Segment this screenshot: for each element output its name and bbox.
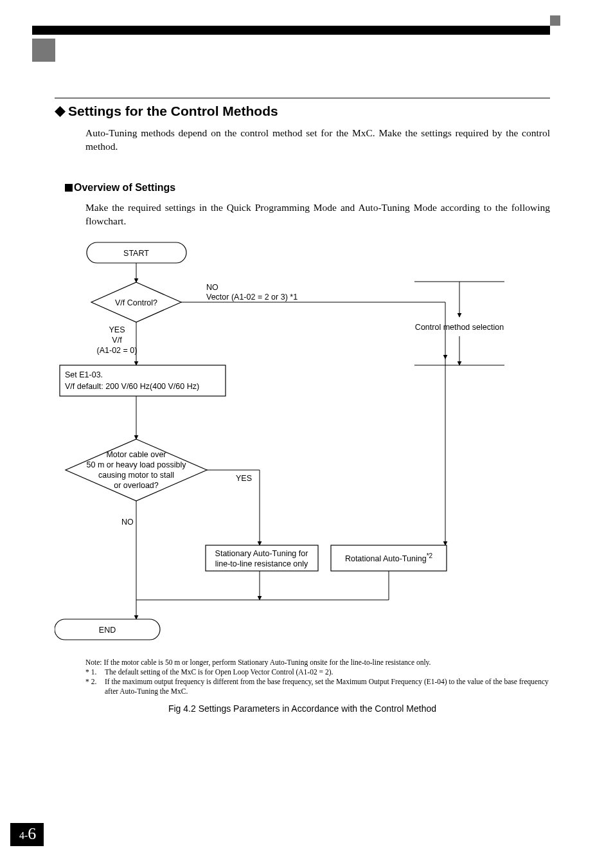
flow-cable-l1: Motor cable over xyxy=(106,450,166,459)
flow-vf-no-detail: Vector (A1-02 = 2 or 3) *1 xyxy=(206,293,298,302)
footnote-1-key: * 1. xyxy=(85,667,105,677)
section-rule xyxy=(55,98,550,98)
flow-start: START xyxy=(123,249,149,258)
flow-vf-yes-d1: V/f xyxy=(112,336,122,345)
section-intro: Auto-Tuning methods depend on the contro… xyxy=(85,127,550,154)
page-page: 6 xyxy=(28,824,36,843)
corner-marker xyxy=(550,15,560,26)
flow-vf-yes-d2: (A1-02 = 0) xyxy=(97,346,138,355)
flow-stat-l2: line-to-line resistance only xyxy=(215,559,308,568)
flow-e103-l2: V/f default: 200 V/60 Hz(400 V/60 Hz) xyxy=(65,382,199,391)
page-content: Settings for the Control Methods Auto-Tu… xyxy=(55,98,550,714)
subsection-heading: Overview of Settings xyxy=(65,182,550,194)
flowchart: START V/f Control? NO Vector (A1-02 = 2 … xyxy=(55,240,550,654)
footnote-note: Note: If the motor cable is 50 m or long… xyxy=(85,658,550,667)
flow-stat-l1: Stationary Auto-Tuning for xyxy=(215,549,308,558)
svg-marker-14 xyxy=(66,439,207,501)
square-bullet-icon xyxy=(65,184,73,192)
flow-vf-yes: YES xyxy=(109,325,125,334)
flow-cable-yes: YES xyxy=(236,474,252,483)
flow-cable-l2: 50 m or heavy load possibly xyxy=(87,460,187,469)
flow-cable-l3: causing motor to stall xyxy=(98,471,174,480)
flow-cms-label: Control method selection xyxy=(415,323,504,332)
side-marker xyxy=(32,39,55,62)
flow-rot-sup: *2 xyxy=(427,552,432,559)
flow-vf-no: NO xyxy=(206,283,218,292)
figure-caption: Fig 4.2 Settings Parameters in Accordanc… xyxy=(55,703,550,714)
flow-rot: Rotational Auto-Tuning*2 xyxy=(336,552,441,563)
page-number: 4-6 xyxy=(10,823,44,846)
flow-cable-l4: or overload? xyxy=(114,481,159,490)
svg-marker-0 xyxy=(55,106,66,117)
footnotes: Note: If the motor cable is 50 m or long… xyxy=(85,658,550,696)
flow-end: END xyxy=(99,626,116,635)
header-rule xyxy=(32,26,550,35)
flow-e103-l1: Set E1-03. xyxy=(65,370,103,379)
section-heading: Settings for the Control Methods xyxy=(55,104,550,119)
subsection-body: Make the required settings in the Quick … xyxy=(85,201,550,228)
page-chapter: 4 xyxy=(19,830,24,841)
subsection-heading-text: Overview of Settings xyxy=(74,182,175,193)
svg-rect-1 xyxy=(65,184,73,192)
flow-rot-text: Rotational Auto-Tuning xyxy=(345,554,427,563)
section-heading-text: Settings for the Control Methods xyxy=(68,104,278,118)
flow-vf-decision: V/f Control? xyxy=(115,298,157,307)
footnote-2-val: If the maximum output frequency is diffe… xyxy=(105,677,550,696)
diamond-bullet-icon xyxy=(55,106,66,117)
flow-cable-no: NO xyxy=(121,518,134,527)
footnote-2-key: * 2. xyxy=(85,677,105,696)
footnote-1-val: The default setting of the MxC is for Op… xyxy=(105,667,333,677)
